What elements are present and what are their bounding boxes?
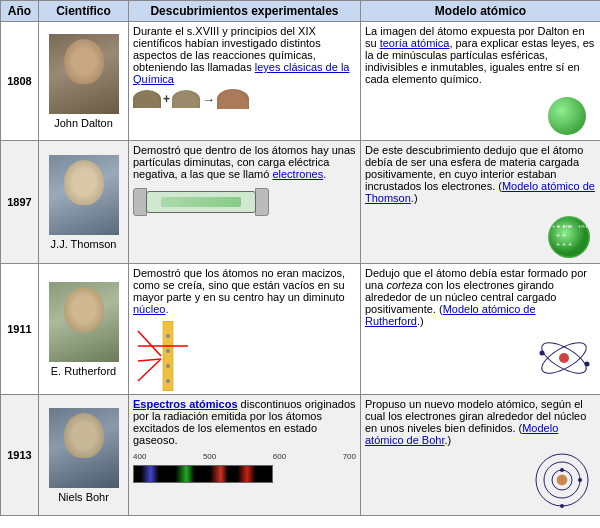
svg-point-24 [560, 504, 564, 508]
row-rutherford: 1911 E. Rutherford Demostró que los átom… [1, 264, 601, 395]
tube-right-cap [255, 188, 269, 216]
arrow-icon: → [202, 92, 215, 107]
tube-left-cap [133, 188, 147, 216]
bohr-spectrum [133, 465, 273, 483]
thomson-tube-illustration [133, 188, 356, 216]
svg-text:+   +: + + [556, 232, 566, 239]
discoveries-rutherford-text1: Demostró que los átomos no eran macizos,… [133, 267, 345, 303]
tube-body [146, 191, 256, 213]
discoveries-thomson: Demostró que dentro de los átomos hay un… [129, 141, 361, 264]
scientist-dalton: John Dalton [39, 22, 129, 141]
rutherford-atom-svg [537, 331, 592, 386]
model-thomson-text2: .) [411, 192, 418, 204]
model-rutherford: Dedujo que el átomo debía estar formado … [361, 264, 601, 395]
atomic-models-table: Año Científico Descubrimientos experimen… [0, 0, 600, 516]
svg-line-7 [138, 359, 161, 361]
discoveries-thomson-text2: . [323, 168, 326, 180]
heap1-icon [133, 90, 161, 108]
thomson-atom-svg: + + + + + + + + [548, 216, 590, 258]
photo-thomson [49, 155, 119, 235]
model-bohr-text2: .) [445, 434, 452, 446]
svg-point-22 [560, 468, 564, 472]
rutherford-illustration [133, 321, 356, 391]
rutherford-foil-svg [133, 321, 203, 391]
photo-dalton [49, 34, 119, 114]
svg-point-12 [166, 379, 170, 383]
discoveries-rutherford: Demostró que los átomos no eran macizos,… [129, 264, 361, 395]
svg-point-10 [166, 349, 170, 353]
tube-inner [161, 197, 241, 207]
name-thomson: J.J. Thomson [43, 238, 124, 250]
header-scientist: Científico [39, 1, 129, 22]
dalton-atom-model [548, 97, 586, 135]
year-thomson: 1897 [1, 141, 39, 264]
svg-line-8 [138, 359, 161, 381]
header-model: Modelo atómico [361, 1, 601, 22]
bohr-spectrum-container: 400 500 600 700 [133, 452, 356, 483]
discoveries-dalton: Durante el s.XVIII y principios del XIX … [129, 22, 361, 141]
svg-point-15 [559, 353, 569, 363]
svg-point-11 [166, 364, 170, 368]
svg-point-23 [578, 478, 582, 482]
svg-point-21 [557, 475, 567, 485]
spectrum-labels: 400 500 600 700 [133, 452, 356, 461]
heap3-icon [217, 89, 249, 109]
name-dalton: John Dalton [43, 117, 124, 129]
model-thomson: De este descubrimiento dedujo que el áto… [361, 141, 601, 264]
scientist-bohr: Niels Bohr [39, 395, 129, 516]
model-rutherford-italic: corteza [386, 279, 422, 291]
row-thomson: 1897 J.J. Thomson Demostró que dentro de… [1, 141, 601, 264]
discoveries-rutherford-link1[interactable]: núcleo [133, 303, 165, 315]
discoveries-bohr: Espectros atómicos discontinuos originad… [129, 395, 361, 516]
discoveries-thomson-link1[interactable]: electrones [272, 168, 323, 180]
model-bohr: Propuso un nuevo modelo atómico, según e… [361, 395, 601, 516]
bohr-atom-svg [532, 450, 592, 510]
svg-point-9 [166, 334, 170, 338]
svg-point-0 [549, 217, 589, 257]
dalton-illustration: + → [133, 89, 356, 109]
svg-line-5 [138, 331, 161, 356]
name-rutherford: E. Rutherford [43, 365, 124, 377]
model-dalton: La imagen del átomo expuesta por Dalton … [361, 22, 601, 141]
heap2-icon [172, 90, 200, 108]
model-rutherford-text3: .) [417, 315, 424, 327]
svg-text:+ + +: + + + [556, 223, 572, 230]
discoveries-rutherford-text2: . [165, 303, 168, 315]
row-bohr: 1913 Niels Bohr Espectros atómicos disco… [1, 395, 601, 516]
discoveries-bohr-link1[interactable]: Espectros atómicos [133, 398, 238, 410]
header-discoveries: Descubrimientos experimentales [129, 1, 361, 22]
name-bohr: Niels Bohr [43, 491, 124, 503]
year-rutherford: 1911 [1, 264, 39, 395]
row-dalton: 1808 John Dalton Durante el s.XVIII y pr… [1, 22, 601, 141]
photo-rutherford [49, 282, 119, 362]
svg-point-17 [585, 362, 590, 367]
scientist-thomson: J.J. Thomson [39, 141, 129, 264]
header-year: Año [1, 1, 39, 22]
plus-icon: + [163, 92, 170, 106]
model-dalton-link1[interactable]: teoría atómica [380, 37, 450, 49]
thomson-atom-model: + + + + + + + + [548, 216, 590, 258]
photo-bohr [49, 408, 119, 488]
scientist-rutherford: E. Rutherford [39, 264, 129, 395]
svg-text:+ + +: + + + [556, 241, 572, 248]
year-bohr: 1913 [1, 395, 39, 516]
svg-point-16 [540, 351, 545, 356]
year-dalton: 1808 [1, 22, 39, 141]
